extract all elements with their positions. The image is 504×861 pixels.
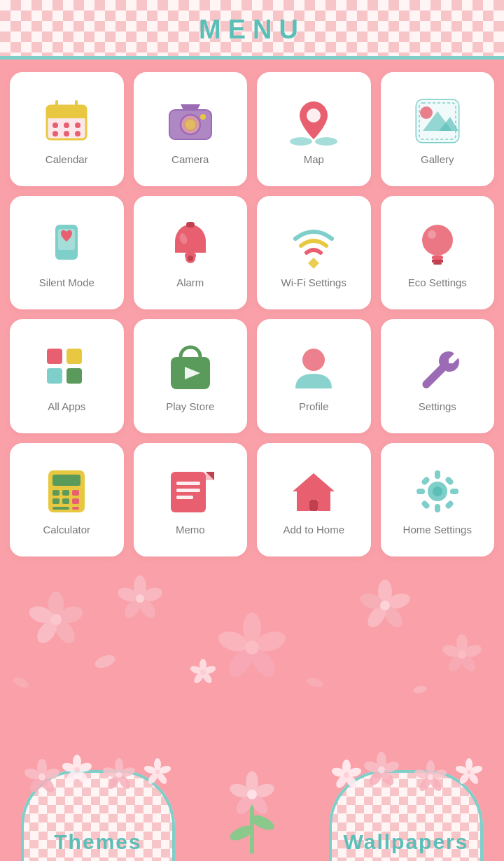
svg-point-33 [188,255,193,261]
svg-rect-74 [421,476,430,486]
svg-point-111 [12,675,31,690]
svg-point-108 [93,652,117,670]
app-item-home-settings[interactable]: Home Settings [381,443,495,557]
app-item-alarm[interactable]: Alarm [134,196,248,310]
wallpapers-button[interactable]: Wallpapers [329,770,483,861]
all-apps-label: All Apps [48,400,85,412]
svg-rect-54 [72,490,79,496]
svg-rect-39 [432,260,443,262]
app-item-calendar[interactable]: Calendar [10,72,124,186]
app-item-play-store[interactable]: Play Store [134,319,248,433]
silent-mode-icon [41,219,92,270]
memo-label: Memo [176,524,205,536]
eco-icon [412,219,463,270]
svg-point-109 [306,676,324,689]
app-item-gallery[interactable]: Gallery [381,72,495,186]
app-item-silent-mode[interactable]: Silent Mode [10,196,124,310]
svg-point-117 [200,669,206,675]
alarm-icon [165,219,216,270]
svg-rect-43 [66,349,82,364]
app-item-wifi[interactable]: Wi-Fi Settings [257,196,371,310]
svg-rect-53 [62,490,69,496]
svg-point-141 [155,770,160,774]
svg-point-89 [136,594,144,603]
svg-rect-56 [62,498,69,504]
app-grid: Calendar Camera Map Gallery [10,72,494,556]
svg-point-7 [64,122,69,128]
home-settings-label: Home Settings [403,524,472,536]
gallery-label: Gallery [421,153,454,165]
play-store-label: Play Store [166,400,214,412]
svg-point-20 [307,108,321,122]
svg-rect-67 [309,500,318,511]
svg-marker-36 [308,258,319,269]
app-item-memo[interactable]: Memo [134,443,248,557]
svg-point-135 [116,772,122,778]
svg-rect-61 [176,482,200,485]
themes-flowers [21,760,175,794]
home-settings-icon [412,466,463,517]
silent-mode-label: Silent Mode [39,276,94,288]
svg-point-6 [52,122,58,128]
svg-marker-14 [181,104,200,110]
gallery-icon [412,96,463,146]
svg-rect-45 [66,368,82,384]
svg-point-22 [315,137,337,146]
svg-point-107 [458,650,466,659]
svg-point-101 [380,601,390,610]
svg-rect-70 [435,470,440,479]
app-item-camera[interactable]: Camera [134,72,248,186]
svg-rect-42 [47,349,62,364]
wifi-label: Wi-Fi Settings [281,276,346,288]
svg-point-8 [75,122,80,128]
svg-rect-77 [444,476,454,486]
settings-icon [412,343,463,393]
alarm-label: Alarm [176,276,204,288]
calculator-icon [41,466,92,517]
memo-icon [165,466,216,517]
app-item-profile[interactable]: Profile [257,319,371,433]
header: MENU [0,0,504,59]
camera-label: Camera [172,153,209,165]
page-title: MENU [199,15,305,45]
svg-rect-44 [47,368,62,384]
sakura-area [0,564,504,710]
svg-point-10 [64,131,69,136]
wifi-icon [288,219,339,270]
app-item-all-apps[interactable]: All Apps [10,319,124,433]
app-item-eco[interactable]: Eco Settings [381,196,495,310]
wallpapers-flowers [329,760,483,794]
svg-rect-40 [433,262,442,265]
profile-label: Profile [299,400,329,412]
svg-rect-72 [416,489,425,494]
svg-rect-71 [435,504,440,512]
svg-rect-52 [52,490,59,496]
svg-point-156 [344,772,349,778]
sakura-decoration [0,564,504,710]
wallpapers-label: Wallpapers [344,830,469,854]
svg-point-83 [50,614,62,625]
svg-point-41 [428,230,436,239]
svg-point-9 [52,131,58,136]
svg-point-11 [75,131,80,136]
svg-rect-75 [444,500,454,510]
add-home-label: Add to Home [283,524,344,536]
calendar-label: Calendar [46,153,88,165]
svg-point-19 [200,114,206,120]
center-decoration [217,770,287,861]
svg-point-150 [247,790,257,799]
svg-rect-73 [450,489,458,494]
camera-icon [165,96,216,146]
app-item-settings[interactable]: Settings [381,319,495,433]
svg-rect-76 [421,500,430,510]
svg-rect-62 [176,489,200,492]
eco-label: Eco Settings [408,276,467,288]
main-content: Calendar Camera Map Gallery [0,59,504,564]
app-item-map[interactable]: Map [257,72,371,186]
map-label: Map [304,153,324,165]
svg-rect-3 [47,113,86,118]
app-item-calculator[interactable]: Calculator [10,443,124,557]
svg-point-168 [428,774,433,780]
themes-button[interactable]: Themes [21,770,175,861]
app-item-add-home[interactable]: Add to Home [257,443,371,557]
